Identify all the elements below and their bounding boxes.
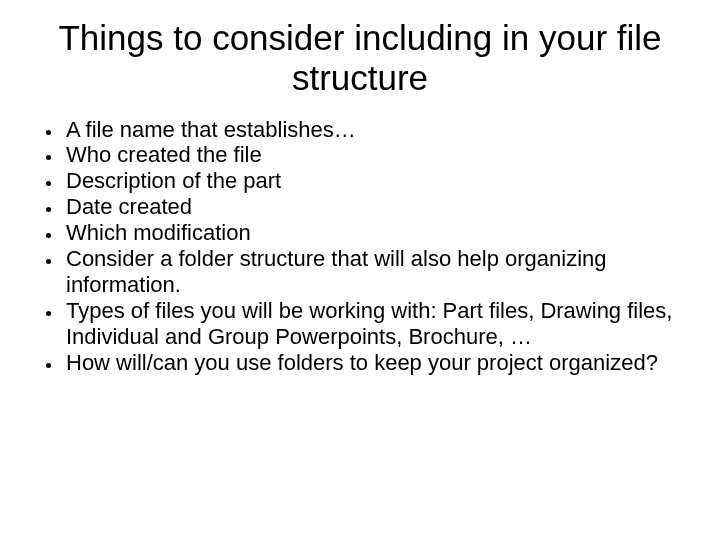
list-item: Which modification [62, 220, 692, 246]
list-item: Description of the part [62, 168, 692, 194]
bullet-list: A file name that establishes… Who create… [62, 117, 692, 377]
list-item: Types of files you will be working with:… [62, 298, 692, 350]
list-item: Consider a folder structure that will al… [62, 246, 692, 298]
slide-title: Things to consider including in your fil… [28, 18, 692, 99]
list-item: A file name that establishes… [62, 117, 692, 143]
list-item: Who created the file [62, 142, 692, 168]
list-item: Date created [62, 194, 692, 220]
slide: Things to consider including in your fil… [0, 0, 720, 540]
list-item: How will/can you use folders to keep you… [62, 350, 692, 376]
